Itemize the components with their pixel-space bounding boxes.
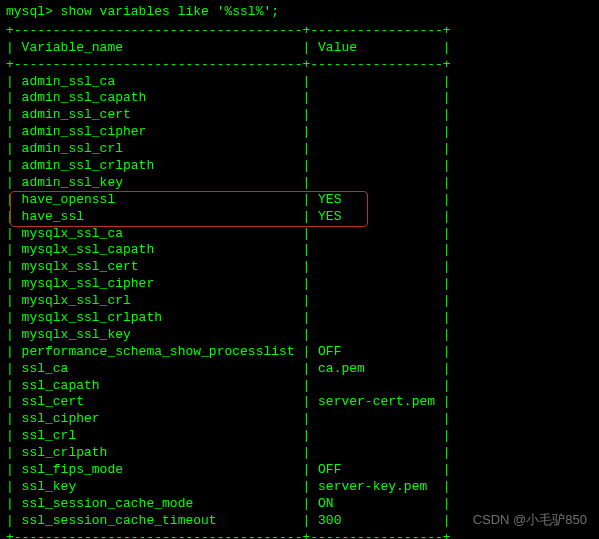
mysql-prompt[interactable]: mysql> show variables like '%ssl%'; xyxy=(6,4,593,21)
table-border-top: +-------------------------------------+-… xyxy=(6,23,593,40)
result-table: +-------------------------------------+-… xyxy=(6,23,593,539)
table-row: | ssl_crl | | xyxy=(6,428,593,445)
table-row: | have_openssl | YES | xyxy=(6,192,593,209)
table-row: | mysqlx_ssl_capath | | xyxy=(6,242,593,259)
table-row: | mysqlx_ssl_crlpath | | xyxy=(6,310,593,327)
table-row: | have_ssl | YES | xyxy=(6,209,593,226)
table-row: | mysqlx_ssl_cipher | | xyxy=(6,276,593,293)
table-row: | mysqlx_ssl_key | | xyxy=(6,327,593,344)
table-border-mid: +-------------------------------------+-… xyxy=(6,57,593,74)
table-row: | ssl_capath | | xyxy=(6,378,593,395)
table-row: | performance_schema_show_processlist | … xyxy=(6,344,593,361)
table-row: | admin_ssl_crl | | xyxy=(6,141,593,158)
table-row: | ssl_crlpath | | xyxy=(6,445,593,462)
table-row: | ssl_session_cache_mode | ON | xyxy=(6,496,593,513)
table-row: | admin_ssl_cert | | xyxy=(6,107,593,124)
table-row: | admin_ssl_key | | xyxy=(6,175,593,192)
table-row: | ssl_cert | server-cert.pem | xyxy=(6,394,593,411)
table-border-bottom: +-------------------------------------+-… xyxy=(6,530,593,539)
table-body: | admin_ssl_ca | || admin_ssl_capath | |… xyxy=(6,74,593,530)
table-row: | mysqlx_ssl_ca | | xyxy=(6,226,593,243)
table-header: | Variable_name | Value | xyxy=(6,40,593,57)
table-row: | mysqlx_ssl_cert | | xyxy=(6,259,593,276)
table-row: | ssl_fips_mode | OFF | xyxy=(6,462,593,479)
table-row: | admin_ssl_capath | | xyxy=(6,90,593,107)
table-row: | ssl_ca | ca.pem | xyxy=(6,361,593,378)
table-row: | admin_ssl_ca | | xyxy=(6,74,593,91)
table-row: | ssl_cipher | | xyxy=(6,411,593,428)
watermark: CSDN @小毛驴850 xyxy=(473,512,587,529)
table-row: | admin_ssl_crlpath | | xyxy=(6,158,593,175)
table-row: | admin_ssl_cipher | | xyxy=(6,124,593,141)
table-row: | mysqlx_ssl_crl | | xyxy=(6,293,593,310)
table-row: | ssl_key | server-key.pem | xyxy=(6,479,593,496)
